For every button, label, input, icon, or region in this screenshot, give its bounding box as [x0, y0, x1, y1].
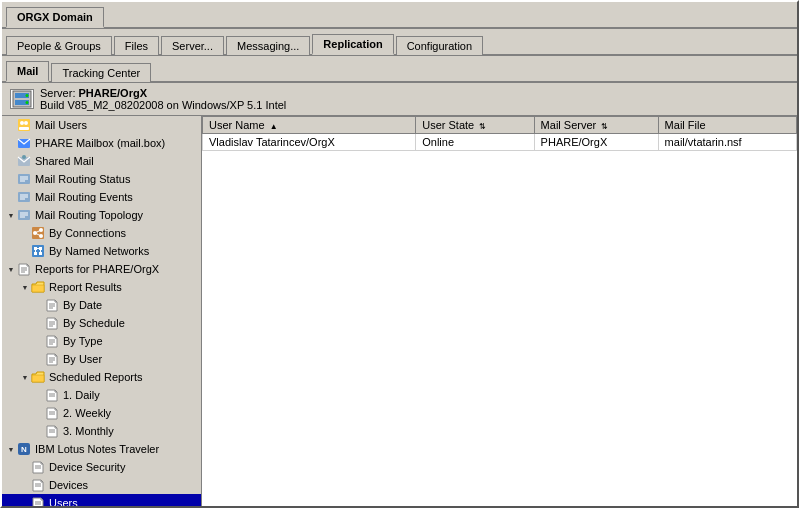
main-content-area: Mail Users PHARE Mailbox (mail.box): [2, 116, 797, 506]
col-header-mail-server-label: Mail Server: [541, 119, 597, 131]
col-header-user-state[interactable]: User State ⇅: [416, 117, 534, 134]
col-header-user-name-label: User Name: [209, 119, 265, 131]
expander-by-connections: [20, 225, 30, 241]
sidebar-item-ibm-lotus[interactable]: N IBM Lotus Notes Traveler: [2, 440, 201, 458]
cell-mail-file: mail/vtatarin.nsf: [658, 134, 796, 151]
sidebar-item-phare-mailbox[interactable]: PHARE Mailbox (mail.box): [2, 134, 201, 152]
sidebar-label-weekly: 2. Weekly: [63, 407, 111, 419]
sidebar-label-device-security: Device Security: [49, 461, 125, 473]
sidebar-label-by-named-networks: By Named Networks: [49, 245, 149, 257]
sidebar-item-mail-routing-topology[interactable]: Mail Routing Topology: [2, 206, 201, 224]
tab-people-groups[interactable]: People & Groups: [6, 36, 112, 55]
main-window: ORGX Domain People & Groups Files Server…: [0, 0, 799, 508]
expander-reports-phare[interactable]: [6, 261, 16, 277]
server-label: Server:: [40, 87, 75, 99]
reports-phare-icon: [16, 261, 32, 277]
expander-device-security: [20, 459, 30, 475]
ibm-lotus-icon: N: [16, 441, 32, 457]
sidebar-item-monthly[interactable]: 3. Monthly: [2, 422, 201, 440]
by-schedule-icon: [44, 315, 60, 331]
server-text-block: Server: PHARE/OrgX Build V85_M2_08202008…: [40, 87, 286, 111]
sidebar-item-shared-mail[interactable]: Shared Mail: [2, 152, 201, 170]
expander-monthly: [34, 423, 44, 439]
mailbox-icon: [16, 135, 32, 151]
expander-shared-mail: [6, 153, 16, 169]
svg-rect-30: [32, 245, 44, 257]
expander-by-user: [34, 351, 44, 367]
table-row[interactable]: Vladislav Tatarincev/OrgX Online PHARE/O…: [203, 134, 797, 151]
expander-mail-users: [6, 117, 16, 133]
tab-replication[interactable]: Replication: [312, 34, 393, 55]
top-tab-bar: ORGX Domain: [2, 2, 797, 29]
sidebar-item-report-results[interactable]: Report Results: [2, 278, 201, 296]
sidebar-label-by-connections: By Connections: [49, 227, 126, 239]
server-name: PHARE/OrgX: [79, 87, 147, 99]
sidebar-item-by-date[interactable]: By Date: [2, 296, 201, 314]
tab-messaging[interactable]: Messaging...: [226, 36, 310, 55]
expander-by-date: [34, 297, 44, 313]
sidebar-item-mail-routing-status[interactable]: Mail Routing Status: [2, 170, 201, 188]
sidebar-item-users[interactable]: Users: [2, 494, 201, 506]
sidebar-item-device-security[interactable]: Device Security: [2, 458, 201, 476]
svg-rect-8: [19, 127, 29, 130]
col-header-user-name[interactable]: User Name ▲: [203, 117, 416, 134]
mail-routing-status-icon: [16, 171, 32, 187]
sidebar-item-mail-routing-events[interactable]: Mail Routing Events: [2, 188, 201, 206]
sidebar-item-by-schedule[interactable]: By Schedule: [2, 314, 201, 332]
tab-tracking-center[interactable]: Tracking Center: [51, 63, 151, 82]
sidebar-label-mail-routing-events: Mail Routing Events: [35, 191, 133, 203]
cell-mail-server: PHARE/OrgX: [534, 134, 658, 151]
sidebar-label-reports-phare: Reports for PHARE/OrgX: [35, 263, 159, 275]
svg-point-7: [24, 121, 28, 125]
sidebar-item-by-user[interactable]: By User: [2, 350, 201, 368]
main-tab-bar: People & Groups Files Server... Messagin…: [2, 29, 797, 56]
sidebar-item-by-connections[interactable]: By Connections: [2, 224, 201, 242]
sidebar-label-scheduled-reports: Scheduled Reports: [49, 371, 143, 383]
expander-mail-routing-events: [6, 189, 16, 205]
sidebar-label-monthly: 3. Monthly: [63, 425, 114, 437]
sidebar-item-by-named-networks[interactable]: By Named Networks: [2, 242, 201, 260]
sidebar-tree: Mail Users PHARE Mailbox (mail.box): [2, 116, 202, 506]
by-date-icon: [44, 297, 60, 313]
sidebar-item-devices[interactable]: Devices: [2, 476, 201, 494]
mail-routing-topology-icon: [16, 207, 32, 223]
expander-ibm-lotus[interactable]: [6, 441, 16, 457]
sidebar-item-daily[interactable]: 1. Daily: [2, 386, 201, 404]
tab-orgx-domain[interactable]: ORGX Domain: [6, 7, 104, 28]
server-icon: [10, 89, 34, 109]
col-header-mail-file[interactable]: Mail File: [658, 117, 796, 134]
tab-mail[interactable]: Mail: [6, 61, 49, 82]
tab-server[interactable]: Server...: [161, 36, 224, 55]
sidebar-label-by-schedule: By Schedule: [63, 317, 125, 329]
sidebar-label-users: Users: [49, 497, 78, 506]
cell-user-state: Online: [416, 134, 534, 151]
content-panel: User Name ▲ User State ⇅ Mail Server ⇅: [202, 116, 797, 506]
tab-configuration[interactable]: Configuration: [396, 36, 483, 55]
sort-indicator-mail-server: ⇅: [601, 122, 608, 131]
expander-devices: [20, 477, 30, 493]
users-icon: [30, 495, 46, 506]
sidebar-item-mail-users[interactable]: Mail Users: [2, 116, 201, 134]
sidebar-label-daily: 1. Daily: [63, 389, 100, 401]
scheduled-reports-folder-icon: [30, 369, 46, 385]
sidebar-item-by-type[interactable]: By Type: [2, 332, 201, 350]
sidebar-item-scheduled-reports[interactable]: Scheduled Reports: [2, 368, 201, 386]
expander-scheduled-reports[interactable]: [20, 369, 30, 385]
expander-daily: [34, 387, 44, 403]
sidebar-label-devices: Devices: [49, 479, 88, 491]
svg-text:N: N: [21, 445, 27, 454]
svg-rect-34: [39, 252, 42, 255]
sidebar-label-shared-mail: Shared Mail: [35, 155, 94, 167]
col-header-mail-server[interactable]: Mail Server ⇅: [534, 117, 658, 134]
sidebar-item-reports-phare[interactable]: Reports for PHARE/OrgX: [2, 260, 201, 278]
sidebar-label-phare-mailbox: PHARE Mailbox (mail.box): [35, 137, 165, 149]
expander-by-schedule: [34, 315, 44, 331]
expander-report-results[interactable]: [20, 279, 30, 295]
expander-weekly: [34, 405, 44, 421]
expander-phare-mailbox: [6, 135, 16, 151]
by-user-icon: [44, 351, 60, 367]
sidebar-label-by-type: By Type: [63, 335, 103, 347]
tab-files[interactable]: Files: [114, 36, 159, 55]
sidebar-item-weekly[interactable]: 2. Weekly: [2, 404, 201, 422]
expander-mail-routing-topology[interactable]: [6, 207, 16, 223]
